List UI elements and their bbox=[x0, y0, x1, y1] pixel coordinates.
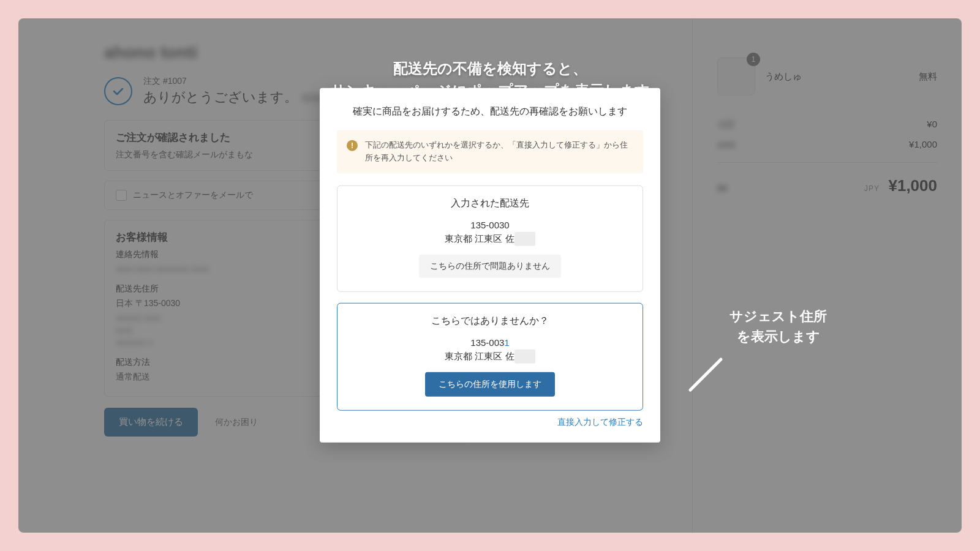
entered-postal: 135-0030 bbox=[351, 218, 629, 232]
alert-icon: ! bbox=[347, 140, 358, 151]
suggested-address-card: こちらではありませんか？ 135-0031 東京都 江東区 佐xx こちらの住所… bbox=[337, 302, 643, 410]
suggested-heading: こちらではありませんか？ bbox=[351, 314, 629, 327]
caption-top-line1: 配送先の不備を検知すると、 bbox=[393, 60, 587, 77]
caption-side-line1: サジェスト住所 bbox=[729, 309, 827, 324]
svg-line-0 bbox=[690, 359, 721, 390]
entered-address-card: 入力された配送先 135-0030 東京都 江東区 佐xx こちらの住所で問題あ… bbox=[337, 185, 643, 291]
suggested-address-line: 東京都 江東区 佐xx bbox=[351, 350, 629, 364]
pointer-line-icon bbox=[687, 356, 724, 393]
suggested-postal: 135-0031 bbox=[351, 335, 629, 350]
use-suggested-address-button[interactable]: こちらの住所を使用します bbox=[425, 372, 555, 396]
entered-address-line: 東京都 江東区 佐xx bbox=[351, 232, 629, 246]
modal-title: 確実に商品をお届けするため、配送先の再確認をお願いします bbox=[337, 105, 643, 118]
caption-side-line2: を表示します bbox=[737, 329, 820, 344]
use-entered-address-button[interactable]: こちらの住所で問題ありません bbox=[419, 254, 561, 277]
modal-notice-text: 下記の配送先のいずれかを選択するか、「直接入力して修正する」から住所を再入力して… bbox=[365, 139, 633, 165]
screenshot-frame: ahono tonti 注文 #1007 ありがとうございます。 xxxx ご注… bbox=[18, 18, 962, 533]
modal-notice: ! 下記の配送先のいずれかを選択するか、「直接入力して修正する」から住所を再入力… bbox=[337, 130, 643, 173]
manual-edit-link[interactable]: 直接入力して修正する bbox=[337, 416, 643, 427]
address-verification-modal: 確実に商品をお届けするため、配送先の再確認をお願いします ! 下記の配送先のいず… bbox=[320, 88, 660, 443]
caption-side: サジェスト住所 を表示します bbox=[729, 306, 827, 347]
entered-heading: 入力された配送先 bbox=[351, 197, 629, 209]
